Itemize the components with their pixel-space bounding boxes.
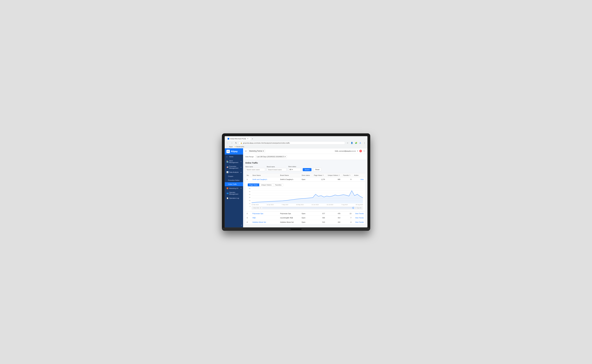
log-label: Operation Log [229, 197, 239, 199]
chart-row: Page Views Unique Visitors Favorites [245, 181, 365, 211]
row1-hide-link[interactable]: Hide [360, 179, 364, 180]
laptop-notch [290, 229, 302, 230]
timeline-play-icon[interactable]: ⏸ [260, 207, 261, 209]
table-row-1: 1 Smith and Caughey's Smith & Caughey's … [245, 177, 365, 181]
row2-store-link[interactable]: Polynesian Spa [253, 213, 263, 214]
y-label-20: 20 [248, 200, 250, 201]
marketing-kit-icon: 🎁 [226, 187, 228, 189]
row2-view-trends-link[interactable]: View Trends [355, 213, 364, 214]
sidebar-item-home[interactable]: ⌂ Home [225, 155, 243, 159]
address-bar[interactable]: 🔒 gmportal.alipay.com/index.htm#/analysi… [239, 141, 345, 144]
browser-tab-active[interactable]: Global Merchant Portal ✕ [226, 137, 251, 140]
log-icon: 📋 [226, 197, 228, 199]
notification-badge[interactable]: 22 [359, 150, 362, 152]
sidebar-item-promotion-notice[interactable]: Promotion Notice [225, 178, 243, 182]
new-tab-button[interactable]: + [251, 137, 254, 140]
row1-store-link[interactable]: Smith and Caughey's [253, 179, 267, 180]
profile-icon[interactable]: 👤 [350, 141, 353, 145]
store-status-select[interactable]: All ▾ [288, 168, 301, 171]
sidebar-logo: A Alipay [225, 148, 243, 155]
tab-close-button[interactable]: ✕ [247, 138, 249, 140]
marketing-partner-button[interactable]: Marketing Partner ▾ [248, 150, 265, 153]
y-label-30: 30 [248, 197, 250, 198]
home-icon: ⌂ [226, 156, 228, 158]
info-icon[interactable]: ⓘ [363, 150, 365, 152]
browser-tabs: Global Merchant Portal ✕ + [225, 136, 367, 140]
brand-name-label: Brand name [267, 166, 287, 168]
sidebar-item-online-traffic[interactable]: Online Traffic [225, 182, 243, 186]
sidebar-collapse-button[interactable]: ‹ [225, 223, 243, 227]
date-range-selector[interactable]: Last 180 Days (2019/03/22-2019/08/17) ▾ [255, 155, 287, 158]
extension-icon[interactable]: 🧩 [354, 141, 358, 145]
section-title: Online Traffic [245, 162, 365, 164]
store-icon: 🏪 [226, 161, 228, 162]
apps-bookmark[interactable]: ⋮⋮ Apps [226, 146, 233, 148]
bookmark-star-icon[interactable]: ☆ [346, 141, 349, 145]
forward-button[interactable]: → [230, 141, 233, 145]
col-header-views[interactable]: Page Views ⇅ [313, 173, 326, 177]
hamburger-icon[interactable]: ≡ [245, 150, 246, 152]
chart-container: Page Views Unique Visitors Favorites [245, 182, 365, 211]
sidebar-item-coupon[interactable]: Coupon [225, 174, 243, 178]
chart-tab-unique-visitors[interactable]: Unique Visitors [259, 183, 273, 186]
user-dropdown-icon[interactable]: ▾ [357, 150, 358, 152]
col-header-visitors[interactable]: Unique Visitors ⇅ [326, 173, 342, 177]
views-sort-icon: ⇅ [323, 175, 324, 176]
row4-fav: 4 [342, 220, 353, 224]
sidebar-item-operation-log[interactable]: 📋 Operation Log [225, 196, 243, 200]
row1-status: Open [300, 177, 313, 181]
col-header-favorite[interactable]: Favorite ⇅ [342, 173, 353, 177]
slider-thumb[interactable] [353, 207, 354, 209]
sidebar-nav: ⌂ Home 🏪 Store Management ▾ 📢 Promotion … [225, 155, 243, 223]
reload-button[interactable]: ↻ [234, 141, 238, 145]
table-row-2: 2 Polynesian Spa Polynesian Spa Open 577… [245, 211, 365, 215]
content-header: Data Range: Last 180 Days (2019/03/22-20… [243, 154, 367, 160]
row4-view-trends-link[interactable]: View Trends [355, 221, 364, 223]
sidebar-item-promotion-management[interactable]: 📢 Promotion Management ▾ [225, 164, 243, 170]
slider-track[interactable] [262, 208, 354, 208]
collapse-icon: ‹ [241, 224, 242, 226]
url-text: gmportal.alipay.com/index.htm#/analysis/… [243, 142, 290, 144]
col-header-no: No. [245, 173, 251, 177]
back-button[interactable]: ← [226, 141, 229, 145]
sidebar: A Alipay ⌂ Home 🏪 Store Management ▾ 📢 [225, 148, 243, 227]
menu-icon[interactable]: ⋮ [363, 141, 366, 145]
sidebar-item-store-management[interactable]: 🏪 Store Management ▾ [225, 159, 243, 164]
reset-button[interactable]: Reset [313, 168, 321, 171]
sidebar-item-marketing-kit[interactable]: 🎁 Marketing Kit ▾ [225, 186, 243, 190]
brand-name-input[interactable] [267, 168, 287, 171]
topbar-right: Hello, account@payplus.co.nz ▾ 22 ⓘ [335, 150, 365, 152]
marketing-partner-dropdown-icon: ▾ [263, 150, 264, 152]
row4-visitors: 410 [326, 220, 342, 224]
chart-tab-favorites[interactable]: Favorites [273, 183, 283, 186]
date-dropdown-icon: ▾ [285, 156, 286, 158]
x-label-7: 7 Aug 2019 [341, 204, 348, 205]
marketing-partner-label: Marketing Partner [249, 150, 263, 152]
alipay-ext-icon[interactable]: A [359, 141, 362, 145]
store-status-label: Store status [288, 166, 301, 167]
timeline-slider[interactable]: 2 Mar 2019 ⏸ 17 Sep 201 [252, 206, 363, 210]
sidebar-item-data-analysis[interactable]: 📊 Data Analysis ▴ [225, 170, 243, 174]
x-label-8: 30 Aug 2019 [356, 204, 363, 205]
table-body: 1 Smith and Caughey's Smith & Caughey's … [245, 177, 365, 224]
sidebar-item-operator-management[interactable]: 👥 Operator Management [225, 190, 243, 196]
store-expand-icon: ▾ [241, 161, 241, 162]
row3-no: 3 [245, 215, 251, 220]
table-row-3: 3 华源 nourishinglife 华源 Open 565 414 7 Vi… [245, 215, 365, 220]
search-button[interactable]: Search [303, 168, 312, 171]
row3-views: 565 [313, 215, 326, 220]
bookmarks-item[interactable]: ★ Bookmarks [234, 146, 244, 148]
row3-store-link[interactable]: 华源 [253, 217, 256, 219]
row3-view-trends-link[interactable]: View Trends [355, 217, 364, 219]
data-icon: 📊 [226, 171, 228, 173]
chart-tab-page-views[interactable]: Page Views [248, 183, 259, 186]
apps-label: Apps [229, 146, 233, 148]
row1-store: Smith and Caughey's [251, 177, 279, 181]
store-name-label: Store name [245, 166, 265, 168]
store-name-input[interactable] [245, 168, 265, 171]
content-body: Online Traffic Store name Brand name [243, 160, 367, 227]
row4-store-link[interactable]: Hobbiton Movie Set [253, 221, 266, 223]
tab-title: Global Merchant Portal [230, 138, 246, 140]
row2-no: 2 [245, 211, 251, 215]
sidebar-item-data-label: Data Analysis [229, 171, 239, 173]
